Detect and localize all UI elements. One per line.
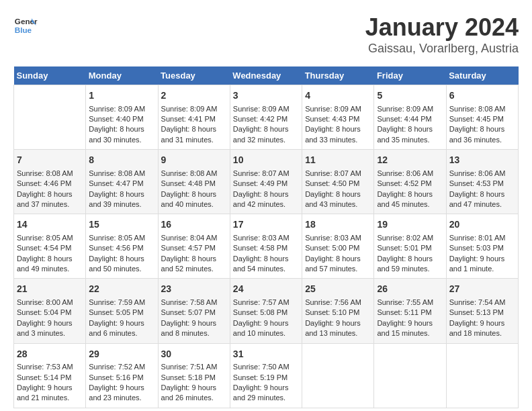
cell-info: and 50 minutes. <box>89 264 154 274</box>
day-number: 11 <box>305 154 371 167</box>
logo-icon: General Blue <box>13 13 38 38</box>
cell-info: Daylight: 9 hours <box>233 383 299 393</box>
cell-info: Sunrise: 7:50 AM <box>233 362 299 372</box>
cell-info: and 47 minutes. <box>449 199 515 210</box>
cell-info: Daylight: 8 hours <box>89 124 154 134</box>
cell-info: Sunrise: 8:07 AM <box>305 169 371 179</box>
cell-info: Sunrise: 8:08 AM <box>17 169 83 179</box>
cell-info: Sunset: 4:40 PM <box>89 114 154 124</box>
cell-info: Sunrise: 7:59 AM <box>89 298 154 308</box>
day-number: 13 <box>449 154 515 167</box>
cell-info: Sunrise: 8:03 AM <box>233 233 299 243</box>
calendar-cell: 8Sunrise: 8:08 AMSunset: 4:47 PMDaylight… <box>86 150 158 214</box>
cell-info: Daylight: 9 hours <box>161 383 227 393</box>
cell-info: Sunset: 5:08 PM <box>233 308 299 318</box>
cell-info: and 13 minutes. <box>305 328 371 338</box>
cell-info: and 42 minutes. <box>233 199 299 210</box>
day-number: 8 <box>89 154 154 167</box>
cell-info: Sunset: 4:43 PM <box>305 114 371 124</box>
calendar-week-row: 1Sunrise: 8:09 AMSunset: 4:40 PMDaylight… <box>14 85 519 150</box>
cell-info: and 18 minutes. <box>449 328 515 338</box>
logo: General Blue <box>13 13 38 38</box>
cell-info: Sunset: 5:13 PM <box>449 308 515 318</box>
cell-info: Daylight: 9 hours <box>377 318 443 328</box>
cell-info: and 36 minutes. <box>449 135 515 145</box>
cell-info: Daylight: 8 hours <box>305 124 371 134</box>
cell-info: Sunset: 5:07 PM <box>161 308 227 318</box>
calendar-week-row: 14Sunrise: 8:05 AMSunset: 4:54 PMDayligh… <box>14 214 519 279</box>
cell-info: and 40 minutes. <box>161 199 227 210</box>
calendar-cell <box>374 343 446 408</box>
calendar-cell: 10Sunrise: 8:07 AMSunset: 4:49 PMDayligh… <box>230 150 302 214</box>
subtitle: Gaissau, Vorarlberg, Austria <box>365 42 519 56</box>
cell-info: and 59 minutes. <box>377 264 443 274</box>
day-number: 2 <box>161 89 227 103</box>
cell-info: and 35 minutes. <box>377 135 443 145</box>
weekday-header: Thursday <box>302 66 374 85</box>
cell-info: and 49 minutes. <box>17 264 83 274</box>
cell-info: Daylight: 8 hours <box>161 254 227 264</box>
cell-info: Sunset: 4:47 PM <box>89 179 154 189</box>
cell-info: Sunrise: 7:51 AM <box>161 362 227 372</box>
cell-info: Sunrise: 7:58 AM <box>161 298 227 308</box>
day-number: 18 <box>305 218 371 232</box>
day-number: 10 <box>233 154 299 167</box>
cell-info: Daylight: 8 hours <box>449 124 515 134</box>
day-number: 12 <box>377 154 443 167</box>
weekday-header: Tuesday <box>158 66 230 85</box>
calendar-cell: 17Sunrise: 8:03 AMSunset: 4:58 PMDayligh… <box>230 214 302 279</box>
cell-info: and 15 minutes. <box>377 328 443 338</box>
cell-info: Sunrise: 7:54 AM <box>449 298 515 308</box>
cell-info: Daylight: 9 hours <box>17 318 83 328</box>
day-number: 6 <box>449 89 515 103</box>
svg-text:General: General <box>15 17 38 26</box>
cell-info: Sunrise: 8:05 AM <box>89 233 154 243</box>
day-number: 19 <box>377 218 443 232</box>
cell-info: Sunset: 5:01 PM <box>377 243 443 253</box>
cell-info: Daylight: 8 hours <box>233 124 299 134</box>
cell-info: Sunset: 4:56 PM <box>89 243 154 253</box>
cell-info: Sunset: 4:58 PM <box>233 243 299 253</box>
cell-info: Sunset: 4:46 PM <box>17 179 83 189</box>
calendar-cell: 29Sunrise: 7:52 AMSunset: 5:16 PMDayligh… <box>86 343 158 408</box>
cell-info: Sunrise: 8:02 AM <box>377 233 443 243</box>
day-number: 4 <box>305 89 371 103</box>
calendar-cell: 21Sunrise: 8:00 AMSunset: 5:04 PMDayligh… <box>14 279 86 343</box>
cell-info: Sunset: 5:05 PM <box>89 308 154 318</box>
main-title: January 2024 <box>365 13 519 42</box>
cell-info: Sunrise: 8:08 AM <box>449 104 515 114</box>
cell-info: and 3 minutes. <box>17 328 83 338</box>
calendar-cell: 12Sunrise: 8:06 AMSunset: 4:52 PMDayligh… <box>374 150 446 214</box>
cell-info: Sunrise: 8:08 AM <box>161 169 227 179</box>
weekday-header: Saturday <box>446 66 518 85</box>
day-number: 29 <box>89 348 154 361</box>
cell-info: Sunrise: 7:53 AM <box>17 362 83 372</box>
cell-info: Sunset: 4:50 PM <box>305 179 371 189</box>
day-number: 7 <box>17 154 83 167</box>
calendar-cell: 6Sunrise: 8:08 AMSunset: 4:45 PMDaylight… <box>446 85 518 150</box>
calendar-cell: 26Sunrise: 7:55 AMSunset: 5:11 PMDayligh… <box>374 279 446 343</box>
cell-info: and 10 minutes. <box>233 328 299 338</box>
calendar-cell: 3Sunrise: 8:09 AMSunset: 4:42 PMDaylight… <box>230 85 302 150</box>
cell-info: Sunset: 4:44 PM <box>377 114 443 124</box>
cell-info: Daylight: 8 hours <box>305 189 371 199</box>
cell-info: Daylight: 9 hours <box>305 318 371 328</box>
cell-info: and 52 minutes. <box>161 264 227 274</box>
cell-info: Sunset: 4:57 PM <box>161 243 227 253</box>
cell-info: Daylight: 9 hours <box>17 383 83 393</box>
day-number: 22 <box>89 283 154 296</box>
cell-info: Sunset: 5:11 PM <box>377 308 443 318</box>
day-number: 20 <box>449 218 515 232</box>
cell-info: Sunrise: 8:07 AM <box>233 169 299 179</box>
cell-info: and 29 minutes. <box>233 393 299 403</box>
calendar-cell: 24Sunrise: 7:57 AMSunset: 5:08 PMDayligh… <box>230 279 302 343</box>
calendar-cell: 27Sunrise: 7:54 AMSunset: 5:13 PMDayligh… <box>446 279 518 343</box>
cell-info: Daylight: 8 hours <box>17 254 83 264</box>
day-number: 16 <box>161 218 227 232</box>
cell-info: Sunset: 4:52 PM <box>377 179 443 189</box>
cell-info: Sunset: 5:10 PM <box>305 308 371 318</box>
calendar-cell <box>446 343 518 408</box>
calendar-cell: 30Sunrise: 7:51 AMSunset: 5:18 PMDayligh… <box>158 343 230 408</box>
cell-info: and 6 minutes. <box>89 328 154 338</box>
cell-info: Sunset: 4:48 PM <box>161 179 227 189</box>
